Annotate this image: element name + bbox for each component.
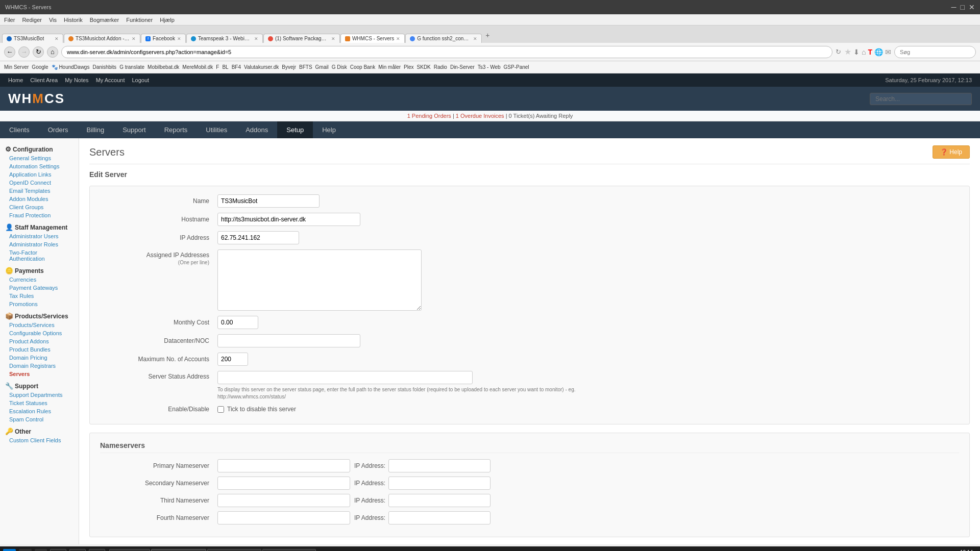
menu-rediger[interactable]: Rediger bbox=[22, 17, 42, 23]
search-input[interactable] bbox=[894, 46, 976, 58]
ns-secondary-ip-input[interactable] bbox=[388, 477, 491, 490]
forward-button[interactable]: → bbox=[18, 46, 30, 58]
ns-third-ip-input[interactable] bbox=[388, 494, 491, 507]
top-link-my-notes[interactable]: My Notes bbox=[65, 77, 88, 83]
bookmark-coop[interactable]: Coop Bank bbox=[350, 64, 375, 70]
top-link-client-area[interactable]: Client Area bbox=[30, 77, 58, 83]
bookmark-bl[interactable]: BL bbox=[222, 64, 228, 70]
font-size-icon[interactable]: T bbox=[868, 48, 872, 56]
menu-filer[interactable]: Filer bbox=[4, 17, 15, 23]
nav-billing[interactable]: Billing bbox=[77, 121, 113, 138]
menu-vis[interactable]: Vis bbox=[49, 17, 57, 23]
tickets-link[interactable]: 0 Ticket(s) Awaiting Reply bbox=[509, 113, 573, 119]
sidebar-link-admin-users[interactable]: Administrator Users bbox=[0, 232, 79, 240]
bookmark-google[interactable]: Google bbox=[32, 64, 48, 70]
taskbar-item-filhentninger[interactable]: Filhentninger bbox=[109, 549, 150, 551]
bookmark-star-icon[interactable]: ★ bbox=[844, 47, 851, 57]
email-icon[interactable]: ✉ bbox=[885, 48, 891, 56]
top-link-my-account[interactable]: My Account bbox=[96, 77, 125, 83]
tab-google[interactable]: G function ssh2_connect do... ✕ bbox=[405, 34, 482, 43]
sidebar-link-promotions[interactable]: Promotions bbox=[0, 300, 79, 308]
sidebar-link-product-addons[interactable]: Product Addons bbox=[0, 337, 79, 345]
sidebar-link-servers[interactable]: Servers bbox=[0, 370, 79, 378]
tab-facebook-close[interactable]: ✕ bbox=[177, 36, 181, 41]
taskbar-item-monitis[interactable]: Monitis_WHMCS... bbox=[207, 549, 261, 551]
menu-funktioner[interactable]: Funktioner bbox=[126, 17, 153, 23]
sidebar-link-addon-modules[interactable]: Addon Modules bbox=[0, 195, 79, 203]
hostname-input[interactable] bbox=[217, 213, 360, 226]
bookmark-f[interactable]: F bbox=[216, 64, 219, 70]
firefox-taskbar-icon[interactable]: 🦊 bbox=[89, 549, 105, 551]
ns-primary-input[interactable] bbox=[217, 459, 350, 472]
top-link-logout[interactable]: Logout bbox=[132, 77, 149, 83]
taskview-button[interactable]: ⧉ bbox=[35, 549, 47, 551]
start-button[interactable]: ⊞ bbox=[3, 549, 16, 551]
sidebar-link-custom-client-fields[interactable]: Custom Client Fields bbox=[0, 436, 79, 444]
ns-secondary-input[interactable] bbox=[217, 477, 350, 490]
name-input[interactable] bbox=[217, 194, 320, 208]
tab-google-close[interactable]: ✕ bbox=[473, 36, 477, 41]
server-status-input[interactable] bbox=[217, 371, 473, 384]
assigned-ip-textarea[interactable] bbox=[217, 249, 422, 311]
tab-addon-close[interactable]: ✕ bbox=[132, 36, 136, 41]
sidebar-link-escalation-rules[interactable]: Escalation Rules bbox=[0, 407, 79, 415]
bookmark-gmail[interactable]: Gmail bbox=[315, 64, 329, 70]
header-search-input[interactable] bbox=[870, 93, 972, 105]
enable-disable-checkbox[interactable] bbox=[217, 406, 224, 413]
ie-taskbar-icon[interactable]: 🌐 bbox=[50, 549, 66, 551]
sidebar-link-payment-gateways[interactable]: Payment Gateways bbox=[0, 284, 79, 292]
sidebar-link-general-settings[interactable]: General Settings bbox=[0, 154, 79, 162]
minimize-icon[interactable]: ─ bbox=[951, 3, 957, 11]
sidebar-link-tax-rules[interactable]: Tax Rules bbox=[0, 292, 79, 300]
bookmark-gsp[interactable]: GSP-Panel bbox=[504, 64, 529, 70]
datacenter-input[interactable] bbox=[217, 334, 360, 347]
tab-software-close[interactable]: ✕ bbox=[331, 36, 335, 41]
tab-facebook[interactable]: f Facebook ✕ bbox=[141, 34, 186, 43]
bookmark-byvejr[interactable]: Byvejr bbox=[282, 64, 296, 70]
bookmark-mobilebat[interactable]: Mobilbebat.dk bbox=[148, 64, 179, 70]
nav-help[interactable]: Help bbox=[313, 121, 345, 138]
top-link-home[interactable]: Home bbox=[8, 77, 23, 83]
sidebar-link-domain-pricing[interactable]: Domain Pricing bbox=[0, 354, 79, 362]
address-input[interactable] bbox=[61, 46, 832, 58]
tab-teamspeak-close[interactable]: ✕ bbox=[254, 36, 258, 41]
bookmark-min-server[interactable]: Min Server bbox=[4, 64, 29, 70]
new-tab-icon[interactable]: + bbox=[482, 31, 493, 39]
bookmark-minmaeler[interactable]: Min måler bbox=[378, 64, 401, 70]
tab-teamspeak[interactable]: Teamspeak 3 - Webinterfa... ✕ bbox=[186, 34, 263, 43]
bookmark-translate[interactable]: G translate bbox=[119, 64, 144, 70]
sidebar-link-automation-settings[interactable]: Automation Settings bbox=[0, 162, 79, 170]
menu-historik[interactable]: Historik bbox=[64, 17, 83, 23]
sidebar-link-support-departments[interactable]: Support Departments bbox=[0, 391, 79, 399]
sidebar-link-product-bundles[interactable]: Product Bundles bbox=[0, 345, 79, 354]
bookmark-plex[interactable]: Plex bbox=[404, 64, 413, 70]
tab-software[interactable]: (1) Software Package Upd... ✕ bbox=[263, 34, 340, 43]
nav-addons[interactable]: Addons bbox=[236, 121, 277, 138]
sidebar-link-ticket-statuses[interactable]: Ticket Statuses bbox=[0, 399, 79, 407]
bookmark-dinserver[interactable]: Din-Server bbox=[450, 64, 475, 70]
home-icon[interactable]: ⌂ bbox=[862, 48, 866, 56]
bookmark-bfts[interactable]: BFTS bbox=[299, 64, 312, 70]
help-button[interactable]: ❓ Help bbox=[933, 145, 970, 159]
close-icon[interactable]: ✕ bbox=[969, 3, 975, 11]
bookmark-hounddawgs[interactable]: 🐾 HoundDawgs bbox=[52, 64, 90, 70]
bookmark-ts3web[interactable]: Ts3 - Web bbox=[478, 64, 501, 70]
sidebar-link-2fa[interactable]: Two-Factor Authentication bbox=[0, 248, 79, 263]
sidebar-link-configurable-options[interactable]: Configurable Options bbox=[0, 329, 79, 337]
tab-whmcs-close[interactable]: ✕ bbox=[396, 36, 400, 41]
back-button[interactable]: ← bbox=[4, 46, 15, 58]
reload-button[interactable]: ↻ bbox=[33, 46, 44, 58]
sidebar-link-client-groups[interactable]: Client Groups bbox=[0, 203, 79, 211]
monthly-cost-input[interactable] bbox=[217, 316, 258, 329]
sidebar-link-application-links[interactable]: Application Links bbox=[0, 170, 79, 179]
bookmark-disk[interactable]: G Disk bbox=[332, 64, 347, 70]
explorer-taskbar-icon[interactable]: 📁 bbox=[69, 549, 86, 551]
bookmark-valuta[interactable]: Valutakurser.dk bbox=[244, 64, 279, 70]
maximize-icon[interactable]: □ bbox=[961, 3, 965, 11]
ns-fourth-ip-input[interactable] bbox=[388, 511, 491, 524]
taskbar-item-hounddawgs[interactable]: [HoundDawgs]Po... bbox=[151, 549, 206, 551]
nav-orders[interactable]: Orders bbox=[39, 121, 78, 138]
sidebar-link-spam-control[interactable]: Spam Control bbox=[0, 415, 79, 423]
tab-whmcs[interactable]: WHMCS - Servers ✕ bbox=[340, 34, 405, 43]
home-button[interactable]: ⌂ bbox=[47, 46, 58, 58]
